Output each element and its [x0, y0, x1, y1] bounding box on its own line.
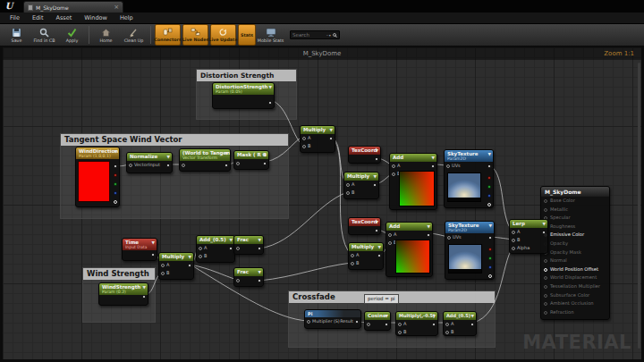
output-pin[interactable] [329, 137, 333, 140]
node-texcoord-1[interactable]: TexCoord▼ [348, 146, 381, 164]
output-pin-g[interactable] [114, 182, 117, 186]
pin-roughness[interactable]: Roughness [541, 223, 609, 232]
output-pin[interactable] [432, 323, 436, 326]
input-pin-b[interactable] [512, 239, 515, 242]
input-pin-a[interactable] [398, 323, 402, 326]
comment-title[interactable]: Tangent Space Wind Vector [61, 134, 288, 146]
vertical-scrollbar[interactable] [638, 63, 640, 349]
output-pin[interactable] [188, 264, 191, 267]
comment-title[interactable]: Distortion Strength [197, 70, 296, 81]
input-pin[interactable] [129, 164, 132, 167]
output-pin[interactable] [258, 247, 261, 250]
node-multiply-1[interactable]: Multiply▼ A B [300, 125, 335, 153]
node-add-2[interactable]: Add▼ A B [386, 222, 433, 277]
output-pin[interactable] [166, 164, 170, 167]
output-pin-g[interactable] [488, 257, 492, 260]
input-pin-a[interactable] [388, 233, 392, 237]
output-pin[interactable] [142, 295, 146, 299]
node-texcoord-2[interactable]: TexCoord▼ [348, 217, 381, 235]
input-pin-a[interactable] [512, 231, 515, 234]
pin-world-displacement[interactable]: World Displacement [541, 274, 609, 282]
search-input[interactable] [292, 32, 326, 38]
node-add-1[interactable]: Add▼ A B [389, 153, 437, 210]
output-pin[interactable] [542, 231, 546, 234]
node-world-to-tangent[interactable]: (World to Tangent)▼Vector Transform [179, 148, 231, 172]
comment-title[interactable]: Wind Strength [83, 268, 155, 280]
input-pin-b[interactable] [161, 272, 165, 275]
search-icon[interactable] [333, 33, 336, 37]
input-pin[interactable] [236, 162, 240, 165]
pin-opacity[interactable]: Opacity [541, 240, 609, 248]
input-pin-uvs[interactable] [447, 236, 451, 240]
input-pin-a[interactable] [199, 247, 202, 250]
output-pin-rgb[interactable] [114, 164, 117, 168]
node-multiply-2[interactable]: Multiply▼ A B [343, 172, 379, 199]
document-tab[interactable]: M_SkyDome × [23, 1, 123, 13]
close-icon[interactable]: × [114, 4, 119, 11]
output-pin-a[interactable] [114, 200, 117, 204]
mobile-stats-button[interactable]: Mobile Stats [258, 24, 284, 46]
input-pin-b[interactable] [351, 262, 354, 265]
output-pin-b[interactable] [487, 194, 491, 198]
node-multiply-4[interactable]: Multiply▼ A B [158, 252, 194, 280]
input-pin-b[interactable] [302, 145, 306, 148]
node-wind-direction-param[interactable]: WindDirection▼Param (1,0,0,1) [75, 147, 120, 207]
menu-edit[interactable]: Edit [26, 13, 50, 24]
output-pin[interactable] [377, 254, 381, 257]
apply-button[interactable]: Apply [59, 24, 85, 46]
output-pin[interactable] [151, 253, 155, 257]
node-multiply-neg-half[interactable]: Multiply(,-0.5)▼ A B [395, 311, 438, 336]
output-pin[interactable] [229, 247, 233, 250]
output-pin[interactable] [427, 233, 430, 237]
stats-toggle[interactable]: Stats [238, 24, 256, 46]
live-update-toggle[interactable]: Live Update [210, 24, 236, 46]
menu-file[interactable]: File [4, 13, 26, 24]
input-pin-multiplier[interactable] [307, 320, 310, 324]
home-button[interactable]: Home [93, 24, 119, 46]
pin-subsurface-color[interactable]: Subsurface Color [541, 291, 609, 300]
pin-base-color[interactable]: Base Color [541, 197, 609, 206]
input-pin-b[interactable] [398, 331, 402, 334]
menu-help[interactable]: Help [114, 13, 140, 24]
input-pin-b[interactable] [388, 241, 392, 245]
node-cosine[interactable]: Cosine▼ [364, 311, 391, 331]
input-pin-a[interactable] [302, 137, 306, 140]
live-nodes-toggle[interactable]: Live Nodes [182, 24, 208, 46]
pin-refraction[interactable]: Refraction [541, 308, 609, 317]
find-in-cb-button[interactable]: Find in CB [31, 24, 57, 46]
pin-world-position-offset[interactable]: World Position Offset [541, 265, 609, 274]
output-pin[interactable] [431, 164, 435, 168]
node-mask-rg[interactable]: Mask ( R G )▼ [233, 150, 269, 170]
input-pin-a[interactable] [351, 254, 354, 257]
output-pin[interactable] [268, 101, 272, 105]
output-pin[interactable] [355, 320, 359, 324]
menu-asset[interactable]: Asset [49, 13, 78, 24]
input-pin[interactable] [367, 323, 370, 326]
node-distortion-strength-param[interactable]: DistortionStrength▼Param (0.05) [212, 82, 275, 109]
output-pin[interactable] [375, 229, 378, 232]
pin-tessellation-multiplier[interactable]: Tessellation Multiplier [541, 282, 609, 291]
node-pi[interactable]: Pi Multiplier (S) Result [304, 309, 361, 329]
output-pin-a[interactable] [487, 203, 491, 206]
output-pin[interactable] [225, 164, 228, 167]
chevron-down-icon[interactable]: ▾ [329, 33, 331, 38]
input-pin[interactable] [182, 164, 185, 167]
node-normalize[interactable]: Normalize▼ VectorInput [126, 152, 173, 173]
input-pin-a[interactable] [346, 183, 350, 187]
input-pin-alpha[interactable] [512, 247, 515, 250]
clean-up-button[interactable]: Clean Up [121, 24, 147, 46]
input-pin[interactable] [236, 279, 240, 282]
node-time[interactable]: Time▼Input Data [122, 238, 157, 261]
node-add-half-1[interactable]: Add_(0.5)▼ A B [196, 235, 235, 263]
input-pin-a[interactable] [445, 323, 449, 326]
node-frac-1[interactable]: Frac▼ [233, 235, 264, 255]
node-add-half-2[interactable]: Add_(0.5)▼ A B [443, 311, 477, 336]
output-pin-rgb[interactable] [487, 164, 491, 168]
node-frac-2[interactable]: Frac▼ [233, 267, 264, 287]
pin-opacity-mask[interactable]: Opacity Mask [541, 248, 609, 257]
pin-metallic[interactable]: Metallic [541, 206, 609, 215]
node-material-output[interactable]: M_SkyDome Base Color Metallic Specular R… [540, 186, 610, 320]
output-pin[interactable] [375, 157, 378, 161]
input-pin-a[interactable] [161, 264, 165, 267]
node-sky-texture-1[interactable]: SkyTexture▼Param2D UVs [444, 149, 494, 208]
